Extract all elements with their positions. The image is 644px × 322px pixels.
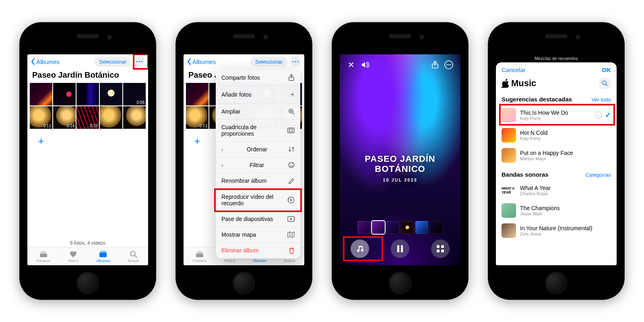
album-art [502,148,516,163]
home-button[interactable] [389,272,411,294]
menu-item[interactable]: Filtrar [216,157,300,173]
song-artist: Jesse Watt [520,211,560,217]
categories-link[interactable]: Categorías [585,172,611,178]
music-button[interactable] [351,239,369,258]
photo-thumb[interactable] [30,83,52,105]
slideshow-icon [287,216,295,222]
ok-button[interactable]: OK [602,66,611,73]
share-icon [288,74,295,81]
strip-thumb[interactable] [386,221,399,234]
album-art [502,108,516,122]
svg-point-8 [130,251,135,256]
song-meta: The ChampionsJesse Watt [520,205,560,217]
menu-item[interactable]: Renombrar álbum [216,173,300,189]
strip-thumb[interactable] [372,221,385,234]
album-art [502,203,516,218]
back-button[interactable]: Álbumes [31,58,60,65]
menu-item-label: Compartir fotos [221,74,260,81]
tab-bar: Fototeca Para ti Álbumes Buscar [27,247,148,265]
home-button[interactable] [76,272,99,294]
tab-foryou[interactable]: Para ti [68,250,78,263]
menu-item-label: Filtrar [250,162,264,168]
svg-rect-38 [437,250,440,252]
albums-icon [99,250,107,258]
title-line-1: PASEO JARDÍN [365,154,435,164]
menu-item-label: Reproducir vídeo del recuerdo [221,194,287,206]
home-button[interactable] [233,272,255,294]
library-icon [39,250,48,258]
menu-item[interactable]: Ampliar [216,104,300,120]
tab-label: Álbumes [96,259,110,263]
more-button[interactable] [442,59,456,71]
video-thumb[interactable]: 0:11 [30,106,52,129]
menu-item[interactable]: Ordenar [216,142,300,157]
song-row[interactable]: WHAT A YEARWhat A YearCharles Rojas [496,180,617,200]
phone-music-picker: Mezclas de recuerdos Cancelar OK Music [488,22,625,300]
song-artist: Zola Jesus [520,231,592,237]
song-artist: Charles Rojas [520,191,551,196]
song-row[interactable]: The ChampionsJesse Watt [496,200,617,221]
tab-albums[interactable]: Álbumes [96,250,110,263]
menu-item[interactable]: Eliminar álbum [216,243,300,258]
menu-item[interactable]: Pase de diapositivas [216,211,300,227]
song-title: In Your Nature (Instrumental) [520,225,592,231]
svg-point-0 [136,61,137,62]
menu-item[interactable]: Reproducir vídeo del recuerdo [216,189,300,211]
song-row[interactable]: This Is How We DoKaty Perryi✓ [496,105,617,125]
song-list: This Is How We DoKaty Perryi✓Hot N ColdK… [496,105,617,165]
search-button[interactable] [599,77,611,89]
add-photo-button[interactable]: + [30,130,52,152]
svg-point-2 [141,61,142,62]
share-button[interactable] [428,59,442,70]
strip-thumb[interactable] [430,221,443,234]
select-button[interactable]: Seleccionar [94,57,131,67]
photo-thumb[interactable] [53,83,76,105]
apple-music-logo: Music [502,78,536,89]
more-button[interactable] [134,56,145,67]
video-thumb[interactable]: 0:15 [76,106,99,129]
song-title: Put on a Happy Face [520,150,573,156]
home-button[interactable] [545,272,568,294]
video-thumb[interactable]: 0:06 [123,83,146,105]
menu-item[interactable]: Compartir fotos [216,70,300,86]
screen: ✕ PASEO JARDÍN BOTÁNICO 10 JUL 2023 [340,54,460,265]
strip-thumb[interactable] [415,221,428,234]
pause-button[interactable] [391,239,409,258]
menu-overlay[interactable]: Compartir fotosAñadir fotos+AmpliarCuadr… [184,54,304,265]
menu-item-label: Ampliar [221,108,240,115]
see-all-link[interactable]: Ver todo [592,97,611,103]
tab-search[interactable]: Buscar [128,250,139,263]
strip-thumb[interactable] [401,221,414,234]
photo-thumb[interactable] [76,83,99,105]
song-row[interactable]: Hot N ColdKaty Perry [496,125,617,145]
share-icon [431,61,439,69]
strip-thumb[interactable] [357,221,370,234]
sheet-header: Cancelar OK [496,62,617,75]
volume-button[interactable] [358,60,373,70]
menu-item[interactable]: Cuadrícula de proporciones [216,120,300,142]
song-row[interactable]: Put on a Happy FaceMarilyn Maye [496,145,617,165]
close-button[interactable]: ✕ [345,58,358,71]
cancel-button[interactable]: Cancelar [502,66,526,73]
svg-point-22 [289,163,294,168]
tab-library[interactable]: Fototeca [36,250,50,263]
menu-item[interactable]: Mostrar mapa [216,227,300,243]
photo-thumb[interactable] [123,106,146,129]
grid-button[interactable] [431,239,450,258]
duration-label: 0:06 [137,100,144,105]
album-art [502,128,516,142]
info-icon[interactable]: i [594,111,602,119]
video-thumb[interactable]: 0:14 [53,106,76,129]
photo-thumb[interactable] [100,83,122,105]
zoom-icon [288,108,295,115]
player-controls [340,239,460,258]
grid-icon [436,245,444,253]
photo-thumb[interactable] [100,106,122,129]
section-header-suggestions: Sugerencias destacadas Ver todo [496,93,617,105]
menu-item[interactable]: Añadir fotos+ [216,86,300,104]
svg-rect-35 [401,245,403,252]
song-row[interactable]: In Your Nature (Instrumental)Zola Jesus [496,221,617,241]
song-title: The Champions [520,205,560,211]
svg-rect-39 [441,250,444,252]
svg-rect-3 [40,254,47,257]
